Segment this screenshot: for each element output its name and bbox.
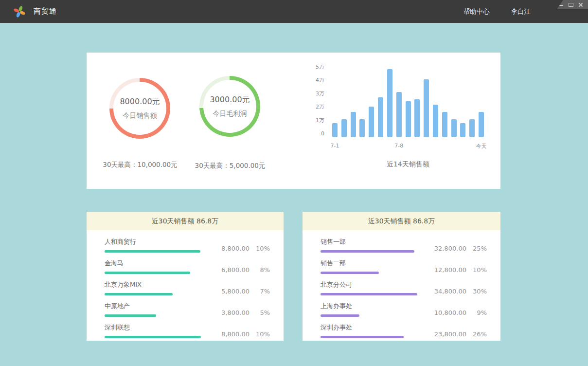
x-tick-今天: 今天 <box>476 143 487 150</box>
sales-bar-13 <box>442 112 447 137</box>
title-bar: 商贸通 帮助中心 李白江 <box>0 0 588 23</box>
today-sales-ring: 8000.00元 今日销售额 <box>109 78 170 139</box>
rank-progress-bar <box>321 314 359 317</box>
rank-percent: 9% <box>466 309 487 316</box>
rank-percent: 7% <box>249 288 270 295</box>
rank-name: 中原地产 <box>105 302 156 311</box>
sales-bar-4 <box>359 119 365 137</box>
y-tick-4万: 4万 <box>308 77 324 84</box>
rank-amount: 10,800.00 <box>424 309 466 316</box>
department-ranking-card: 近30天销售额 86.8万 销售一部32,800.0025%销售二部12,800… <box>303 212 500 341</box>
rank-values: 12,800.0010% <box>424 266 487 274</box>
rank-row: 销售二部12,800.0010% <box>321 259 487 274</box>
rank-row-left: 销售二部 <box>321 259 379 274</box>
rank-row-left: 中原地产 <box>105 302 156 317</box>
today-overview-card: 8000.00元 今日销售额 30天最高：10,000.00元 3000.00元… <box>87 53 500 189</box>
rank-values: 6,800.008% <box>207 266 270 274</box>
rank-row: 金海马6,800.008% <box>105 259 270 274</box>
rank-values: 8,800.0010% <box>207 330 270 338</box>
y-tick-2万: 2万 <box>308 104 324 110</box>
rank-row: 北京分公司34,800.0030% <box>321 280 487 295</box>
sales-bar-17 <box>479 112 484 137</box>
rank-amount: 32,800.00 <box>424 245 466 252</box>
rank-values: 23,800.0026% <box>424 330 487 338</box>
rank-values: 3,800.005% <box>207 309 270 317</box>
sales-bar-12 <box>433 105 438 137</box>
sales-bar-10 <box>414 99 420 137</box>
sales-bar-7 <box>387 69 392 137</box>
today-sales-value: 8000.00元 <box>120 97 160 107</box>
customer-ranking-card: 近30天销售额 86.8万 人和商贸行8,800.0010%金海马6,800.0… <box>87 212 284 341</box>
customer-ranking-title: 近30天销售额 86.8万 <box>87 212 284 230</box>
rank-row: 销售一部32,800.0025% <box>321 238 487 253</box>
today-profit-label: 今日毛利润 <box>213 110 247 118</box>
sales-bar-plot: 7-17-8今天 <box>332 68 484 137</box>
rank-amount: 3,800.00 <box>207 309 249 316</box>
rank-amount: 5,800.00 <box>207 288 249 295</box>
x-tick-7-8: 7-8 <box>394 143 403 149</box>
sales-bar-1 <box>332 123 338 137</box>
rank-amount: 34,800.00 <box>424 288 466 295</box>
today-sales-ring-center: 8000.00元 今日销售额 <box>113 82 166 135</box>
rank-row: 中原地产3,800.005% <box>105 302 270 317</box>
rank-progress-bar <box>105 250 200 253</box>
rank-progress-bar <box>321 293 417 295</box>
rank-name: 深圳办事处 <box>321 323 404 332</box>
rank-amount: 23,800.00 <box>424 330 466 338</box>
rank-progress-bar <box>321 272 379 274</box>
rank-percent: 30% <box>466 288 487 295</box>
rank-row-left: 金海马 <box>105 259 190 274</box>
pinwheel-logo-icon <box>13 5 26 18</box>
topbar-right: 帮助中心 李白江 <box>463 7 531 16</box>
rank-row-left: 北京万象MIX <box>105 280 173 295</box>
rank-progress-bar <box>321 250 414 253</box>
rank-amount: 6,800.00 <box>207 266 249 274</box>
today-profit-max-caption: 30天最高：5,000.00元 <box>177 162 284 170</box>
rank-row-left: 上海办事处 <box>321 302 359 317</box>
help-center-link[interactable]: 帮助中心 <box>463 7 490 16</box>
rank-values: 8,800.0010% <box>207 245 270 253</box>
sales-chart-title: 近14天销售额 <box>332 160 484 169</box>
rank-amount: 12,800.00 <box>424 266 466 274</box>
rank-progress-bar <box>105 272 190 274</box>
sales-bar-8 <box>396 92 402 137</box>
y-tick-3万: 3万 <box>308 91 324 97</box>
sales-bar-9 <box>406 101 411 137</box>
rank-amount: 8,800.00 <box>207 330 249 338</box>
rank-name: 金海马 <box>105 259 190 268</box>
rank-percent: 26% <box>466 330 487 338</box>
rank-row: 深圳办事处23,800.0026% <box>321 323 487 338</box>
rank-row-left: 北京分公司 <box>321 280 417 295</box>
rank-row: 人和商贸行8,800.0010% <box>105 238 270 253</box>
rank-percent: 25% <box>466 245 487 252</box>
rank-percent: 10% <box>249 330 270 338</box>
sales-bar-11 <box>424 79 429 137</box>
rank-row-left: 销售一部 <box>321 238 414 253</box>
rank-amount: 8,800.00 <box>207 245 249 252</box>
y-tick-0: 0 <box>308 130 324 137</box>
sales-bar-5 <box>369 107 374 137</box>
close-icon[interactable] <box>578 2 583 7</box>
rank-row-left: 深圳办事处 <box>321 323 404 338</box>
today-profit-ring-center: 3000.00元 今日毛利润 <box>203 80 256 133</box>
rank-percent: 10% <box>466 266 487 274</box>
x-tick-7-1: 7-1 <box>331 143 339 149</box>
rank-percent: 10% <box>249 245 270 252</box>
maximize-icon[interactable] <box>569 2 573 7</box>
rank-name: 人和商贸行 <box>105 238 200 246</box>
rank-values: 10,800.009% <box>424 309 487 317</box>
rank-name: 北京万象MIX <box>105 280 173 289</box>
rank-name: 北京分公司 <box>321 280 417 289</box>
today-profit-ring: 3000.00元 今日毛利润 <box>199 76 260 137</box>
sales-bar-6 <box>378 97 383 137</box>
sales-bar-15 <box>460 123 465 137</box>
department-ranking-title: 近30天销售额 86.8万 <box>303 212 500 230</box>
rank-name: 销售二部 <box>321 259 379 268</box>
rank-row-left: 深圳联想 <box>105 323 201 338</box>
rank-row-left: 人和商贸行 <box>105 238 200 253</box>
sales-bar-16 <box>469 119 475 137</box>
rank-progress-bar <box>105 293 173 295</box>
user-menu[interactable]: 李白江 <box>511 7 531 16</box>
app-title: 商贸通 <box>34 7 57 16</box>
department-ranking-list: 销售一部32,800.0025%销售二部12,800.0010%北京分公司34,… <box>303 230 500 338</box>
